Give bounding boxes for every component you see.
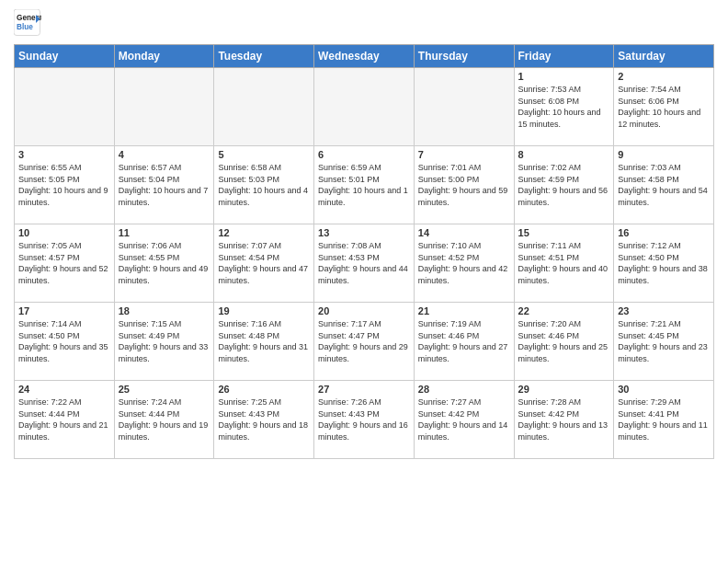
calendar-cell: 2Sunrise: 7:54 AM Sunset: 6:06 PM Daylig… — [614, 68, 714, 146]
calendar-cell: 4Sunrise: 6:57 AM Sunset: 5:04 PM Daylig… — [114, 146, 214, 224]
day-info: Sunrise: 7:03 AM Sunset: 4:58 PM Dayligh… — [618, 162, 710, 208]
calendar-cell: 23Sunrise: 7:21 AM Sunset: 4:45 PM Dayli… — [614, 303, 714, 381]
calendar-cell: 5Sunrise: 6:58 AM Sunset: 5:03 PM Daylig… — [214, 146, 314, 224]
logo: General Blue — [14, 9, 41, 37]
calendar-cell: 22Sunrise: 7:20 AM Sunset: 4:46 PM Dayli… — [514, 303, 614, 381]
weekday-header: Saturday — [614, 45, 714, 68]
weekday-header: Monday — [114, 45, 214, 68]
day-info: Sunrise: 7:20 AM Sunset: 4:46 PM Dayligh… — [518, 318, 610, 364]
day-info: Sunrise: 7:29 AM Sunset: 4:41 PM Dayligh… — [618, 396, 710, 442]
calendar-cell: 6Sunrise: 6:59 AM Sunset: 5:01 PM Daylig… — [314, 146, 415, 224]
calendar-cell: 8Sunrise: 7:02 AM Sunset: 4:59 PM Daylig… — [514, 146, 614, 224]
day-number: 7 — [418, 149, 510, 160]
day-info: Sunrise: 7:02 AM Sunset: 4:59 PM Dayligh… — [518, 162, 610, 208]
calendar-cell: 30Sunrise: 7:29 AM Sunset: 4:41 PM Dayli… — [614, 381, 714, 459]
day-info: Sunrise: 7:26 AM Sunset: 4:43 PM Dayligh… — [318, 396, 410, 442]
calendar-cell: 7Sunrise: 7:01 AM Sunset: 5:00 PM Daylig… — [414, 146, 514, 224]
svg-text:Blue: Blue — [17, 23, 33, 31]
calendar-cell — [314, 68, 415, 146]
day-info: Sunrise: 7:12 AM Sunset: 4:50 PM Dayligh… — [618, 240, 710, 286]
page-container: General Blue SundayMondayTuesdayWednesda… — [0, 0, 728, 563]
logo-icon: General Blue — [14, 9, 41, 37]
day-number: 11 — [119, 227, 210, 238]
day-info: Sunrise: 7:17 AM Sunset: 4:47 PM Dayligh… — [318, 318, 410, 364]
day-info: Sunrise: 7:28 AM Sunset: 4:42 PM Dayligh… — [518, 396, 610, 442]
calendar-cell: 16Sunrise: 7:12 AM Sunset: 4:50 PM Dayli… — [614, 224, 714, 303]
calendar-cell: 11Sunrise: 7:06 AM Sunset: 4:55 PM Dayli… — [114, 224, 214, 303]
calendar-cell: 27Sunrise: 7:26 AM Sunset: 4:43 PM Dayli… — [314, 381, 415, 459]
day-info: Sunrise: 7:08 AM Sunset: 4:53 PM Dayligh… — [318, 240, 410, 286]
day-info: Sunrise: 7:10 AM Sunset: 4:52 PM Dayligh… — [418, 240, 510, 286]
day-number: 24 — [18, 384, 110, 395]
day-number: 6 — [318, 149, 410, 160]
day-number: 13 — [318, 227, 410, 238]
day-number: 14 — [418, 227, 510, 238]
day-info: Sunrise: 7:24 AM Sunset: 4:44 PM Dayligh… — [119, 396, 210, 442]
day-info: Sunrise: 7:22 AM Sunset: 4:44 PM Dayligh… — [18, 396, 110, 442]
calendar-cell — [214, 68, 314, 146]
day-number: 22 — [518, 305, 610, 316]
day-number: 19 — [218, 305, 310, 316]
weekday-header: Wednesday — [314, 45, 415, 68]
day-info: Sunrise: 7:06 AM Sunset: 4:55 PM Dayligh… — [119, 240, 210, 286]
day-number: 10 — [18, 227, 110, 238]
calendar-cell: 13Sunrise: 7:08 AM Sunset: 4:53 PM Dayli… — [314, 224, 415, 303]
day-number: 18 — [119, 305, 210, 316]
calendar-cell: 20Sunrise: 7:17 AM Sunset: 4:47 PM Dayli… — [314, 303, 415, 381]
day-number: 29 — [518, 384, 610, 395]
calendar-cell: 19Sunrise: 7:16 AM Sunset: 4:48 PM Dayli… — [214, 303, 314, 381]
day-number: 1 — [518, 71, 610, 82]
day-info: Sunrise: 7:15 AM Sunset: 4:49 PM Dayligh… — [119, 318, 210, 364]
calendar-header-row: SundayMondayTuesdayWednesdayThursdayFrid… — [15, 45, 714, 68]
day-info: Sunrise: 7:53 AM Sunset: 6:08 PM Dayligh… — [518, 84, 610, 130]
calendar-cell: 10Sunrise: 7:05 AM Sunset: 4:57 PM Dayli… — [15, 224, 115, 303]
day-number: 17 — [18, 305, 110, 316]
day-number: 15 — [518, 227, 610, 238]
day-number: 20 — [318, 305, 410, 316]
calendar-cell: 28Sunrise: 7:27 AM Sunset: 4:42 PM Dayli… — [414, 381, 514, 459]
day-number: 26 — [218, 384, 310, 395]
weekday-header: Tuesday — [214, 45, 314, 68]
weekday-header: Sunday — [15, 45, 115, 68]
day-number: 9 — [618, 149, 710, 160]
calendar-cell: 26Sunrise: 7:25 AM Sunset: 4:43 PM Dayli… — [214, 381, 314, 459]
calendar-cell: 12Sunrise: 7:07 AM Sunset: 4:54 PM Dayli… — [214, 224, 314, 303]
day-number: 12 — [218, 227, 310, 238]
day-info: Sunrise: 7:01 AM Sunset: 5:00 PM Dayligh… — [418, 162, 510, 208]
day-info: Sunrise: 7:16 AM Sunset: 4:48 PM Dayligh… — [218, 318, 310, 364]
day-info: Sunrise: 7:25 AM Sunset: 4:43 PM Dayligh… — [218, 396, 310, 442]
calendar-cell: 3Sunrise: 6:55 AM Sunset: 5:05 PM Daylig… — [15, 146, 115, 224]
calendar-table: SundayMondayTuesdayWednesdayThursdayFrid… — [14, 44, 714, 459]
day-info: Sunrise: 6:59 AM Sunset: 5:01 PM Dayligh… — [318, 162, 410, 208]
day-number: 30 — [618, 384, 710, 395]
day-info: Sunrise: 7:11 AM Sunset: 4:51 PM Dayligh… — [518, 240, 610, 286]
day-info: Sunrise: 7:21 AM Sunset: 4:45 PM Dayligh… — [618, 318, 710, 364]
calendar-cell: 14Sunrise: 7:10 AM Sunset: 4:52 PM Dayli… — [414, 224, 514, 303]
calendar-week-row: 1Sunrise: 7:53 AM Sunset: 6:08 PM Daylig… — [15, 68, 714, 146]
day-info: Sunrise: 7:19 AM Sunset: 4:46 PM Dayligh… — [418, 318, 510, 364]
calendar-cell: 17Sunrise: 7:14 AM Sunset: 4:50 PM Dayli… — [15, 303, 115, 381]
day-number: 8 — [518, 149, 610, 160]
weekday-header: Thursday — [414, 45, 514, 68]
day-number: 25 — [119, 384, 210, 395]
day-info: Sunrise: 6:58 AM Sunset: 5:03 PM Dayligh… — [218, 162, 310, 208]
calendar-week-row: 10Sunrise: 7:05 AM Sunset: 4:57 PM Dayli… — [15, 224, 714, 303]
calendar-cell: 18Sunrise: 7:15 AM Sunset: 4:49 PM Dayli… — [114, 303, 214, 381]
day-number: 16 — [618, 227, 710, 238]
day-number: 21 — [418, 305, 510, 316]
day-number: 23 — [618, 305, 710, 316]
calendar-cell: 9Sunrise: 7:03 AM Sunset: 4:58 PM Daylig… — [614, 146, 714, 224]
day-info: Sunrise: 7:54 AM Sunset: 6:06 PM Dayligh… — [618, 84, 710, 130]
calendar-cell — [114, 68, 214, 146]
day-number: 4 — [119, 149, 210, 160]
day-number: 27 — [318, 384, 410, 395]
calendar-week-row: 17Sunrise: 7:14 AM Sunset: 4:50 PM Dayli… — [15, 303, 714, 381]
calendar-cell — [414, 68, 514, 146]
calendar-cell — [15, 68, 115, 146]
calendar-cell: 25Sunrise: 7:24 AM Sunset: 4:44 PM Dayli… — [114, 381, 214, 459]
day-info: Sunrise: 7:05 AM Sunset: 4:57 PM Dayligh… — [18, 240, 110, 286]
calendar-week-row: 24Sunrise: 7:22 AM Sunset: 4:44 PM Dayli… — [15, 381, 714, 459]
calendar-cell: 1Sunrise: 7:53 AM Sunset: 6:08 PM Daylig… — [514, 68, 614, 146]
day-info: Sunrise: 7:14 AM Sunset: 4:50 PM Dayligh… — [18, 318, 110, 364]
calendar-cell: 15Sunrise: 7:11 AM Sunset: 4:51 PM Dayli… — [514, 224, 614, 303]
